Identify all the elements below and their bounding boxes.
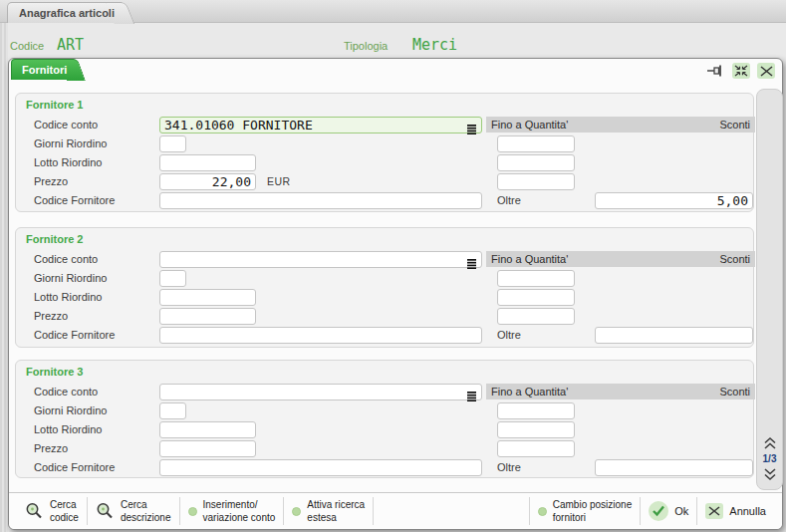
lotto-riordino-input-2[interactable] [159,289,256,306]
lotto-riordino-label: Lotto Riordino [34,154,103,171]
giorni-riordino-input-1[interactable] [159,135,186,152]
oltre-label: Oltre [497,327,521,344]
codice-conto-input-3[interactable] [159,384,482,400]
fino-quantita-input-3-3[interactable] [497,440,575,457]
close-icon[interactable] [757,63,775,79]
prezzo-label: Prezzo [34,440,68,457]
oltre-input-2[interactable] [595,327,753,344]
ok-button[interactable]: Ok [641,493,696,529]
search-icon [25,502,44,521]
giorni-riordino-label: Giorni Riordino [34,270,107,287]
account-list-icon[interactable] [467,388,476,398]
codice-fornitore-label: Codice Fornitore [34,192,115,209]
fino-quantita-input-1-2[interactable] [497,154,575,171]
tab-anagrafica-articoli-label: Anagrafica articoli [19,7,115,19]
giorni-riordino-input-3[interactable] [159,402,186,419]
fornitori-dialog-title: Fornitori [22,64,67,76]
toggle-dot-icon [188,507,197,516]
fino-quantita-input-2-3[interactable] [497,308,575,325]
lotto-riordino-label: Lotto Riordino [34,289,103,306]
page-up-icon[interactable] [763,436,777,450]
cerca-codice-button[interactable]: Cerca codice [17,493,87,529]
prezzo-input-3[interactable] [159,440,256,457]
cambio-posizione-fornitori-button[interactable]: Cambio posizione fornitori [530,493,641,529]
fino-a-quantita-label: Fino a Quantita' [491,384,568,399]
tipologia-label: Tipologia [344,40,388,52]
fino-quantita-input-3-2[interactable] [497,421,575,438]
attiva-ricerca-estesa-button[interactable]: Attiva ricerca estesa [284,493,373,529]
fornitore-1-title: Fornitore 1 [26,99,83,111]
supplier-pager-rail: 1/3 [756,89,783,490]
codice-fornitore-input-3[interactable] [159,459,482,476]
tab-anagrafica-articoli[interactable]: Anagrafica articoli [7,2,122,23]
cerca-descrizione-button[interactable]: Cerca descrizione [88,493,179,529]
fino-quantita-input-2-2[interactable] [497,289,575,306]
toggle-dot-icon [538,507,547,516]
sconti-label: Sconti [719,251,750,267]
account-list-icon[interactable] [467,255,476,265]
sconti-label: Sconti [719,384,750,399]
codice-conto-label: Codice conto [34,117,98,133]
fino-a-quantita-label: Fino a Quantita' [491,117,568,133]
codice-fornitore-input-1[interactable] [159,192,482,209]
pin-icon[interactable] [706,64,725,78]
dialog-window-controls [706,63,775,79]
codice-value: ART [57,36,84,54]
fornitore-3-group: Fornitore 3 Codice conto Giorni Riordino… [15,360,754,478]
pager-indicator: 1/3 [763,453,777,464]
lotto-riordino-input-1[interactable] [159,154,256,171]
inserimento-variazione-conto-button[interactable]: Inserimento/ variazione conto [180,493,284,529]
oltre-label: Oltre [497,459,521,476]
check-icon [649,501,668,521]
prezzo-input-1[interactable] [159,173,256,190]
quantity-discount-header: Fino a Quantita' Sconti [486,117,755,133]
cancel-x-icon [705,503,723,519]
prezzo-label: Prezzo [34,173,68,190]
codice-fornitore-input-2[interactable] [159,327,482,344]
dialog-toolbar: Cerca codice Cerca descrizione Inserim [9,492,782,529]
codice-fornitore-label: Codice Fornitore [34,327,115,344]
codice-conto-label: Codice conto [34,384,98,400]
oltre-input-3[interactable] [595,459,753,476]
toggle-dot-icon [292,507,301,516]
window-left-edge [0,23,8,532]
codice-fornitore-label: Codice Fornitore [34,459,115,476]
fornitore-3-title: Fornitore 3 [26,366,83,378]
quantity-discount-header: Fino a Quantita' Sconti [486,384,755,399]
tipologia-value: Merci [412,36,457,54]
codice-label: Codice [10,40,44,52]
lotto-riordino-input-3[interactable] [159,421,256,438]
toolbar-divider [373,497,374,525]
fino-quantita-input-2-1[interactable] [497,270,575,287]
page-down-icon[interactable] [763,467,777,481]
sconti-label: Sconti [719,117,750,133]
collapse-window-icon[interactable] [732,63,750,79]
fino-quantita-input-1-3[interactable] [497,173,575,190]
article-header-row: Codice ART Tipologia Merci [0,23,786,58]
fornitore-2-title: Fornitore 2 [26,233,83,245]
fino-a-quantita-label: Fino a Quantita' [491,251,568,267]
fino-quantita-input-1-1[interactable] [497,135,575,152]
giorni-riordino-label: Giorni Riordino [34,135,107,152]
codice-conto-input-1[interactable] [159,117,482,133]
prezzo-label: Prezzo [34,308,68,325]
fornitori-dialog: Fornitori [8,58,783,530]
fino-quantita-input-3-1[interactable] [497,402,575,419]
currency-label: EUR [267,173,291,190]
fornitore-1-group: Fornitore 1 Codice conto Giorni Riordino… [15,93,754,212]
prezzo-input-2[interactable] [159,308,256,325]
giorni-riordino-input-2[interactable] [159,270,186,287]
oltre-input-1[interactable] [595,192,753,209]
oltre-label: Oltre [497,192,521,209]
search-icon [96,502,115,521]
window-tab-bar: Anagrafica articoli [0,0,786,23]
quantity-discount-header: Fino a Quantita' Sconti [486,251,755,267]
giorni-riordino-label: Giorni Riordino [34,402,107,419]
fornitore-2-group: Fornitore 2 Codice conto Giorni Riordino… [15,227,754,348]
lotto-riordino-label: Lotto Riordino [34,421,103,438]
codice-conto-label: Codice conto [34,251,98,268]
fornitori-dialog-tab[interactable]: Fornitori [11,59,74,80]
annulla-button[interactable]: Annulla [697,493,774,529]
account-list-icon[interactable] [467,121,476,131]
codice-conto-input-2[interactable] [159,251,482,268]
